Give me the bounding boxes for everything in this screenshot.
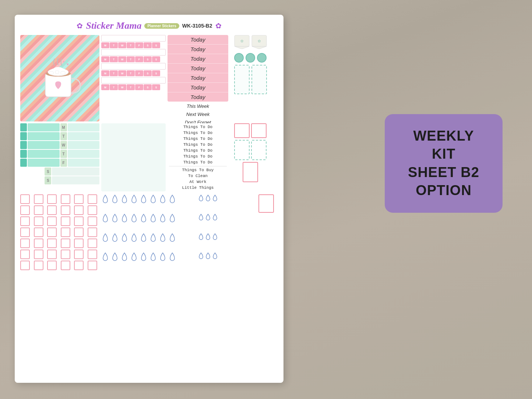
bar-M bbox=[28, 123, 60, 131]
day-S1: S bbox=[144, 42, 152, 48]
bottom-section bbox=[20, 194, 278, 270]
raindrop bbox=[149, 252, 157, 262]
cb bbox=[20, 216, 30, 226]
blank-bar-1 bbox=[101, 35, 166, 42]
today-6: Today bbox=[168, 83, 228, 92]
teal-sq-T2 bbox=[20, 150, 27, 158]
tall-rects-row bbox=[234, 65, 267, 94]
raindrop bbox=[120, 252, 128, 262]
todo-little: Little Things bbox=[169, 185, 227, 191]
cb bbox=[20, 250, 30, 259]
flower-right: ✿ bbox=[215, 21, 222, 30]
raindrop bbox=[111, 233, 119, 243]
day-row-S1: S bbox=[20, 167, 99, 176]
raindrop bbox=[149, 213, 157, 224]
raindrop bbox=[159, 213, 167, 224]
mug-illustration: ♥ ♥ ♥ bbox=[38, 54, 82, 102]
today-7: Today bbox=[168, 92, 228, 102]
cb bbox=[47, 194, 57, 204]
today-labels-col: Today Today Today Today Today Today Toda… bbox=[168, 35, 228, 134]
raindrop bbox=[140, 194, 148, 205]
today-3: Today bbox=[168, 54, 228, 64]
circle-2 bbox=[246, 53, 255, 63]
sheet-header: ✿ Sticker Mama Planner Stickers WK-3105-… bbox=[20, 20, 278, 31]
teal-sq-W bbox=[20, 141, 27, 149]
raindrop bbox=[140, 233, 148, 243]
pink-rect-2 bbox=[251, 123, 267, 138]
cb bbox=[34, 205, 43, 215]
svg-rect-7 bbox=[55, 71, 59, 74]
bar-F bbox=[28, 159, 60, 167]
day-row-T: T bbox=[20, 132, 99, 140]
letter-F: F bbox=[60, 159, 67, 167]
cb bbox=[61, 227, 70, 237]
deco-col-top: ✿ ✿ bbox=[230, 35, 271, 134]
bar2-T2 bbox=[68, 150, 100, 158]
small-raindrop bbox=[205, 213, 211, 221]
divider-1 bbox=[169, 166, 227, 166]
cb bbox=[88, 261, 97, 270]
teal-rects bbox=[234, 140, 267, 160]
cb bbox=[88, 227, 97, 237]
cb bbox=[34, 261, 43, 270]
teal-sq-M bbox=[20, 123, 27, 131]
todo-clean: To Clean bbox=[169, 173, 227, 179]
todo-6: Things To Do bbox=[169, 153, 227, 159]
day-M: M bbox=[101, 42, 109, 48]
letter-S1: S bbox=[45, 167, 51, 176]
cb bbox=[61, 216, 70, 226]
svg-text:✿: ✿ bbox=[240, 39, 243, 43]
raindrop bbox=[159, 194, 167, 205]
svg-text:✿: ✿ bbox=[258, 39, 261, 43]
tracker-col: M T W T F S S M T W T F S S bbox=[101, 35, 166, 134]
mtwtfss-row-2: M T W T F S S bbox=[101, 56, 166, 62]
bar-S1 bbox=[52, 167, 99, 176]
brand-name: Sticker Mama bbox=[86, 20, 141, 31]
cb bbox=[61, 250, 70, 259]
day-T2: T bbox=[127, 42, 135, 48]
small-raindrop bbox=[198, 213, 204, 221]
mtwtfss-row-3: M T W T F S S bbox=[101, 70, 166, 76]
banner-flag-1: ✿ bbox=[234, 35, 250, 49]
bottom-pink-rect bbox=[258, 194, 274, 213]
pink-bottom-rects bbox=[243, 162, 258, 182]
letter-T2: T bbox=[60, 150, 67, 158]
cb bbox=[61, 239, 70, 248]
cb bbox=[47, 227, 57, 237]
day-T1: T bbox=[110, 42, 118, 48]
deco-col-bottom bbox=[247, 194, 283, 270]
small-raindrop bbox=[212, 252, 218, 259]
cb bbox=[47, 205, 57, 215]
teal-sq-F bbox=[20, 159, 27, 167]
cb bbox=[47, 216, 57, 226]
small-raindrop bbox=[198, 194, 204, 202]
day-row-F: F bbox=[20, 159, 99, 167]
day-row-M: M bbox=[20, 123, 99, 131]
today-5: Today bbox=[168, 73, 228, 83]
letter-T: T bbox=[60, 132, 67, 140]
todo-4: Things To Do bbox=[169, 142, 227, 148]
raindrop bbox=[149, 194, 157, 205]
raindrop bbox=[130, 233, 138, 243]
day-row-S2: S bbox=[20, 176, 99, 184]
tall-rect-1 bbox=[234, 65, 250, 94]
raindrop bbox=[120, 233, 128, 243]
blank-bar-2 bbox=[101, 49, 166, 56]
banner-flags-row: ✿ ✿ bbox=[234, 35, 267, 49]
bar-W bbox=[28, 141, 60, 149]
small-drop-row-3 bbox=[198, 233, 245, 251]
cb bbox=[34, 227, 43, 237]
cb bbox=[34, 250, 43, 259]
mtwtfss-row-4: M T W T F S S bbox=[101, 84, 166, 90]
raindrops-col bbox=[101, 194, 245, 270]
bar2-T bbox=[68, 132, 100, 140]
cb bbox=[74, 216, 84, 226]
circle-1 bbox=[234, 53, 244, 63]
cb bbox=[47, 239, 57, 248]
small-raindrop bbox=[205, 194, 211, 202]
teal-rect-2 bbox=[251, 140, 267, 160]
cb bbox=[88, 239, 97, 248]
raindrop bbox=[140, 213, 148, 224]
todo-col: Things To Do Things To Do Things To Do T… bbox=[168, 123, 228, 191]
small-raindrop bbox=[212, 194, 218, 202]
